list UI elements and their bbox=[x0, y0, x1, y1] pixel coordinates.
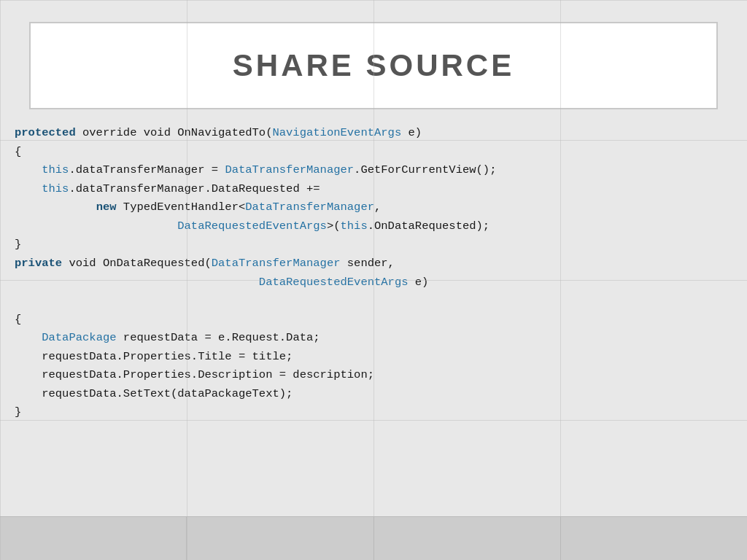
bottom-segment-4 bbox=[561, 517, 747, 560]
bottom-segment-1 bbox=[0, 517, 187, 560]
code-block: protected override void OnNavigatedTo(Na… bbox=[15, 124, 732, 422]
keyword-this-1: this bbox=[42, 163, 69, 176]
bottom-segment-2 bbox=[187, 517, 374, 560]
type-nav-event-args: NavigationEventArgs bbox=[272, 126, 401, 139]
code-section: protected override void OnNavigatedTo(Na… bbox=[0, 124, 747, 516]
type-dtm-1: DataTransferManager bbox=[225, 163, 354, 176]
type-drea: DataRequestedEventArgs bbox=[177, 219, 327, 233]
bottom-segment-3 bbox=[374, 517, 561, 560]
type-dtm-3: DataTransferManager bbox=[212, 257, 341, 270]
bottom-bar bbox=[0, 516, 747, 560]
keyword-new: new bbox=[96, 201, 117, 214]
keyword-private: private bbox=[15, 257, 62, 270]
type-datapackage: DataPackage bbox=[42, 331, 116, 344]
type-dtm-2: DataTransferManager bbox=[245, 201, 374, 214]
slide-title: SHARE SOURCE bbox=[233, 48, 514, 83]
slide-container: SHARE SOURCE protected override void OnN… bbox=[0, 0, 747, 560]
keyword-protected: protected bbox=[15, 126, 76, 139]
keyword-this-3: this bbox=[341, 219, 368, 233]
keyword-this-2: this bbox=[42, 182, 69, 195]
type-drea-2: DataRequestedEventArgs bbox=[259, 276, 409, 289]
title-box: SHARE SOURCE bbox=[29, 22, 718, 109]
